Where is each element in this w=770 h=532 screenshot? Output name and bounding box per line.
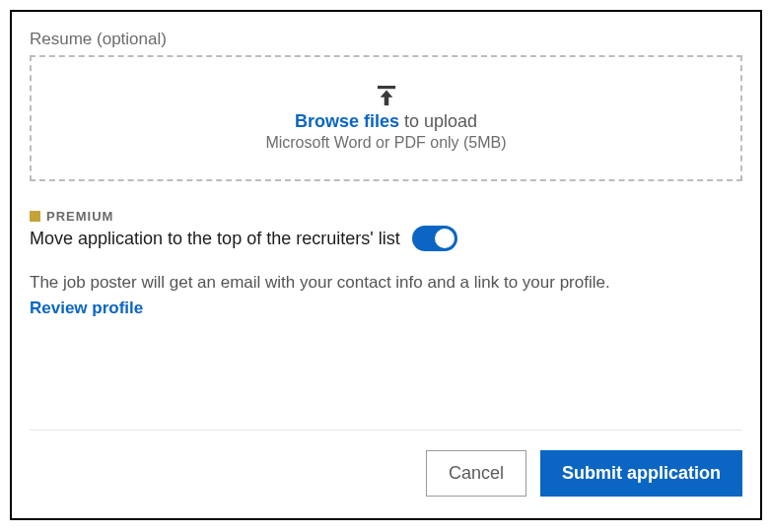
submit-button[interactable]: Submit application xyxy=(540,450,742,497)
cancel-button[interactable]: Cancel xyxy=(426,450,526,497)
resume-dropzone[interactable]: Browse files to upload Microsoft Word or… xyxy=(30,55,742,181)
premium-row: PREMIUM xyxy=(30,209,742,224)
toggle-knob xyxy=(435,229,455,248)
footer: Cancel Submit application xyxy=(30,430,742,518)
upload-hint: Microsoft Word or PDF only (5MB) xyxy=(265,134,506,152)
info-text: The job poster will get an email with yo… xyxy=(30,271,742,295)
svg-rect-0 xyxy=(377,86,394,89)
review-profile-link[interactable]: Review profile xyxy=(30,299,742,318)
feature-row: Move application to the top of the recru… xyxy=(30,226,742,251)
move-to-top-label: Move application to the top of the recru… xyxy=(30,229,400,249)
browse-line: Browse files to upload xyxy=(295,111,477,132)
premium-label: PREMIUM xyxy=(46,209,113,224)
premium-badge-icon xyxy=(30,211,40,222)
browse-files-link[interactable]: Browse files xyxy=(295,111,399,131)
resume-label: Resume (optional) xyxy=(30,30,742,49)
upload-suffix: to upload xyxy=(399,111,477,131)
upload-icon xyxy=(376,86,397,105)
move-to-top-toggle[interactable] xyxy=(412,226,457,251)
application-modal: Resume (optional) Browse files to upload… xyxy=(10,10,762,520)
